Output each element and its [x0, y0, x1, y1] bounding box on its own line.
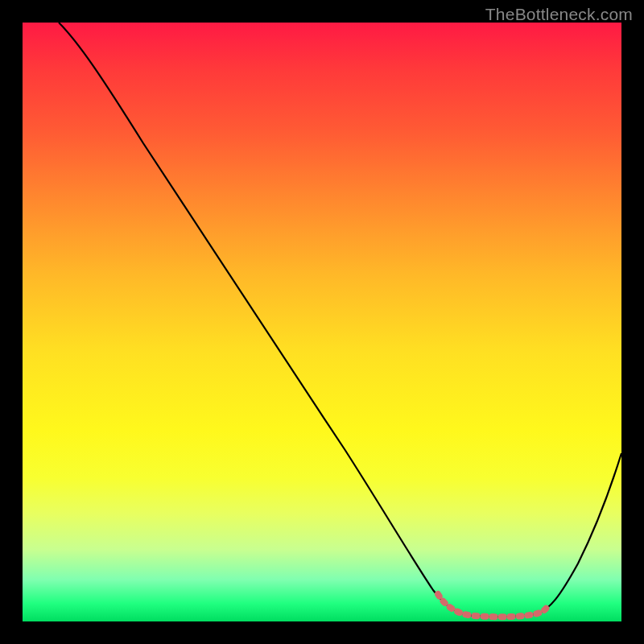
optimal-band-marker: [438, 594, 547, 617]
plot-area: [23, 23, 621, 621]
chart-container: TheBottleneck.com: [0, 0, 644, 644]
bottleneck-curve-line: [59, 23, 621, 617]
curve-svg: [23, 23, 621, 621]
watermark-text: TheBottleneck.com: [485, 5, 633, 24]
